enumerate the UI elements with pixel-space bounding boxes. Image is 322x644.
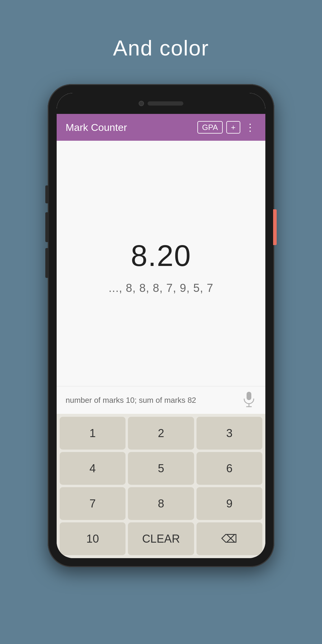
key-1[interactable]: 1: [60, 417, 126, 450]
phone-mockup: Mark Counter GPA + ⋮ 8.20 ..., 8, 8, 8, …: [48, 84, 274, 567]
key-8[interactable]: 8: [128, 487, 194, 520]
key-7[interactable]: 7: [60, 487, 126, 520]
marks-series: ..., 8, 8, 8, 7, 9, 5, 7: [109, 282, 213, 295]
svg-rect-0: [247, 392, 251, 400]
status-bar: number of marks 10; sum of marks 82: [57, 386, 265, 414]
phone-screen: Mark Counter GPA + ⋮ 8.20 ..., 8, 8, 8, …: [57, 93, 265, 558]
silent-switch: [45, 185, 49, 203]
phone-top-bar: [57, 93, 265, 114]
status-text: number of marks 10; sum of marks 82: [66, 396, 196, 405]
microphone-button[interactable]: [242, 391, 256, 409]
keypad: 12345678910CLEAR⌫: [57, 414, 265, 558]
average-value: 8.20: [131, 239, 191, 273]
speaker-grille: [148, 101, 183, 106]
key-5[interactable]: 5: [128, 452, 194, 485]
key-clear[interactable]: CLEAR: [128, 522, 194, 555]
volume-up-button: [45, 212, 49, 242]
app-title: Mark Counter: [66, 122, 197, 133]
key-4[interactable]: 4: [60, 452, 126, 485]
key-9[interactable]: 9: [196, 487, 262, 520]
volume-down-button: [45, 248, 49, 278]
main-content: 8.20 ..., 8, 8, 8, 7, 9, 5, 7: [57, 141, 265, 386]
page-headline: And color: [113, 36, 209, 60]
key-2[interactable]: 2: [128, 417, 194, 450]
add-button[interactable]: +: [226, 121, 240, 134]
key-10[interactable]: 10: [60, 522, 126, 555]
app-bar: Mark Counter GPA + ⋮: [57, 114, 265, 141]
camera-dot: [139, 101, 144, 106]
key-backspace[interactable]: ⌫: [196, 522, 262, 555]
key-3[interactable]: 3: [196, 417, 262, 450]
gpa-button[interactable]: GPA: [197, 121, 223, 134]
app-bar-actions: GPA + ⋮: [197, 120, 256, 134]
key-6[interactable]: 6: [196, 452, 262, 485]
power-button: [273, 209, 277, 245]
overflow-menu-icon[interactable]: ⋮: [244, 120, 256, 134]
